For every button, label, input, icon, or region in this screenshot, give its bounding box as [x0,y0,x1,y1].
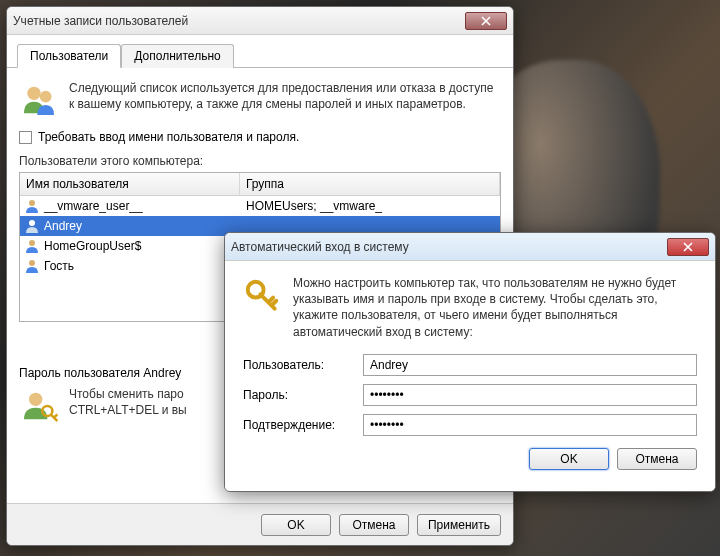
password-label: Пароль: [243,388,363,402]
password-input[interactable] [363,384,697,406]
require-login-label: Требовать ввод имени пользователя и паро… [38,130,299,144]
autologin-dialog: Автоматический вход в систему Можно наст… [224,232,716,492]
password-section-title: Пароль пользователя Andrey [19,366,219,380]
column-group[interactable]: Группа [240,173,500,195]
user-icon [24,238,40,254]
list-item[interactable]: __vmware_user__ HOMEUsers; __vmware_ [20,196,500,216]
tab-advanced[interactable]: Дополнительно [121,44,233,68]
titlebar[interactable]: Автоматический вход в систему [225,233,715,261]
tab-strip: Пользователи Дополнительно [7,35,513,68]
dialog-title: Автоматический вход в систему [231,240,665,254]
svg-point-6 [29,393,42,406]
tab-users[interactable]: Пользователи [17,44,121,68]
user-icon [24,218,40,234]
svg-point-2 [29,200,35,206]
cancel-button[interactable]: Отмена [617,448,697,470]
user-icon [24,198,40,214]
close-button[interactable] [667,238,709,256]
users-list-label: Пользователи этого компьютера: [19,154,501,168]
titlebar[interactable]: Учетные записи пользователей [7,7,513,35]
dialog-footer: OK Отмена Применить [7,503,513,545]
close-button[interactable] [465,12,507,30]
require-login-checkbox[interactable] [19,131,32,144]
svg-point-3 [29,220,35,226]
ok-button[interactable]: OK [261,514,331,536]
close-icon [481,16,491,26]
user-icon [24,258,40,274]
svg-point-5 [29,260,35,266]
confirm-label: Подтверждение: [243,418,363,432]
svg-point-1 [40,91,52,103]
svg-point-0 [27,87,40,100]
user-label: Пользователь: [243,358,363,372]
ok-button[interactable]: OK [529,448,609,470]
key-icon [243,277,281,315]
info-text: Следующий список используется для предос… [69,80,501,120]
cancel-button[interactable]: Отмена [339,514,409,536]
dialog-text: Можно настроить компьютер так, что польз… [293,275,697,340]
window-title: Учетные записи пользователей [13,14,463,28]
apply-button[interactable]: Применить [417,514,501,536]
user-input[interactable] [363,354,697,376]
users-icon [19,80,59,120]
svg-point-4 [29,240,35,246]
password-hint: Чтобы сменить паро CTRL+ALT+DEL и вы [69,386,187,426]
close-icon [683,242,693,252]
confirm-input[interactable] [363,414,697,436]
user-key-icon [19,386,59,426]
listview-header: Имя пользователя Группа [20,173,500,196]
column-name[interactable]: Имя пользователя [20,173,240,195]
